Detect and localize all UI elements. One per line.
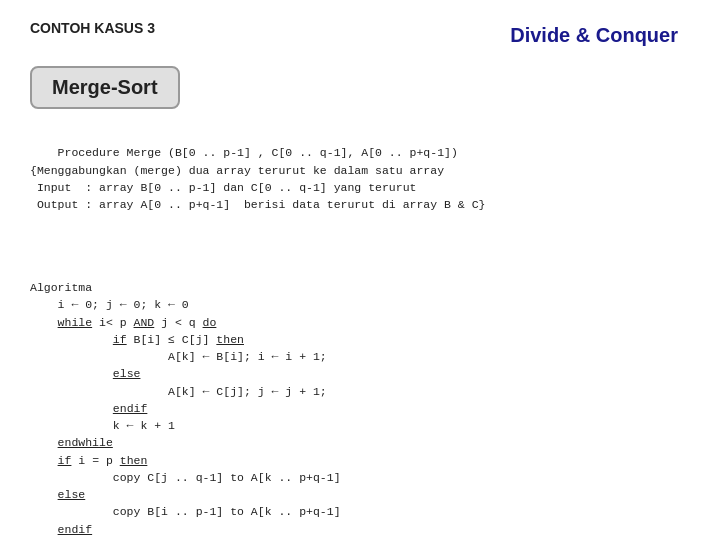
keyword-then-2: then [120,454,148,467]
keyword-if-1: if [113,333,127,346]
procedure-description: Procedure Merge (B[0 .. p-1] , C[0 .. q-… [30,127,690,231]
keyword-do: do [203,316,217,329]
keyword-while-1: while [58,316,93,329]
merge-sort-title: Merge-Sort [52,76,158,98]
divide-conquer-label: Divide & Conquer [498,20,690,51]
keyword-else-2: else [58,488,86,501]
keyword-and: AND [134,316,155,329]
keyword-if-2: if [58,454,72,467]
algorithm-title: Algoritma i ← 0; j ← 0; k ← 0 while i< p… [30,279,690,538]
keyword-else-1: else [113,367,141,380]
algorithm-section: Algoritma i ← 0; j ← 0; k ← 0 while i< p… [30,245,690,541]
title-box: Merge-Sort [30,66,180,109]
page: CONTOH KASUS 3 Divide & Conquer Merge-So… [0,0,720,540]
keyword-then-1: then [216,333,244,346]
keyword-endif-1: endif [113,402,148,415]
keyword-endwhile: endwhile [58,436,113,449]
desc-line-1: Procedure Merge (B[0 .. p-1] , C[0 .. q-… [30,146,485,211]
header: CONTOH KASUS 3 Divide & Conquer [30,20,690,51]
keyword-endif-2: endif [58,523,93,536]
contoh-kasus-label: CONTOH KASUS 3 [30,20,155,36]
